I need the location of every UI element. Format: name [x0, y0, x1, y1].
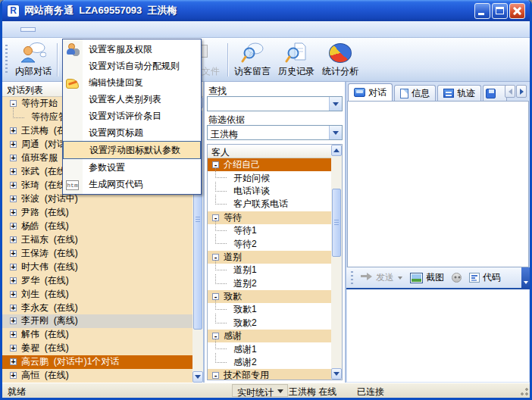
- scrollbar-thumb[interactable]: [332, 189, 341, 257]
- expand-toggle[interactable]: +: [10, 155, 17, 161]
- expand-toggle[interactable]: +: [10, 223, 17, 230]
- chat-tab[interactable]: 轨迹: [437, 85, 481, 101]
- expand-toggle[interactable]: -: [10, 100, 17, 107]
- menu-item[interactable]: htm 生成网页代码: [63, 176, 201, 192]
- expand-toggle[interactable]: +: [10, 127, 17, 134]
- code-button[interactable]: 代码: [465, 270, 505, 286]
- tree-column-header[interactable]: 客人: [208, 145, 332, 158]
- conversation-list-item[interactable]: + 姜翟 (在线): [2, 342, 192, 355]
- chat-tab[interactable]: 信息: [394, 85, 436, 101]
- status-ready-text: 就绪: [8, 386, 26, 398]
- screenshot-button[interactable]: 截图: [406, 270, 448, 286]
- menu-item[interactable]: 编辑快捷回复: [63, 74, 201, 91]
- menu-item[interactable]: 设置浮动图标默认参数: [63, 141, 201, 159]
- menubar-item[interactable]: [81, 27, 96, 32]
- quick-reply-item[interactable]: 感谢2: [208, 356, 332, 369]
- message-input[interactable]: [347, 289, 529, 382]
- search-combobox[interactable]: [207, 96, 343, 111]
- quick-reply-item[interactable]: 客户联系电话: [208, 198, 332, 211]
- statistics-button[interactable]: 统计分析: [318, 40, 362, 80]
- toolbar-drag-handle[interactable]: [5, 45, 9, 75]
- menubar-item[interactable]: [96, 27, 111, 32]
- expand-toggle[interactable]: +: [10, 168, 17, 175]
- conversation-list-item[interactable]: + 刘生 (在线): [2, 287, 192, 301]
- combobox-dropdown-button[interactable]: [329, 97, 342, 111]
- quick-reply-item[interactable]: 致歉2: [208, 317, 332, 330]
- quick-reply-scrollbar[interactable]: [331, 145, 342, 380]
- chat-tab[interactable]: [483, 85, 507, 101]
- conversation-item-label: 王保涛 (在线): [21, 247, 78, 260]
- menubar-item[interactable]: [66, 27, 81, 32]
- expand-toggle[interactable]: +: [10, 358, 17, 365]
- filter-combobox[interactable]: 王洪梅: [207, 125, 343, 140]
- quick-reply-item[interactable]: 道别2: [208, 277, 332, 290]
- menubar-item[interactable]: [36, 27, 51, 32]
- titlebar[interactable]: R 网站商务通 LZA69557093 王洪梅: [2, 0, 530, 21]
- expand-toggle[interactable]: +: [10, 372, 17, 379]
- expand-toggle[interactable]: +: [10, 182, 17, 189]
- menu-item[interactable]: 设置网页标题: [63, 124, 201, 141]
- quick-reply-icon: [66, 79, 79, 89]
- conversation-list-item[interactable]: + 罗华 (在线): [2, 273, 192, 287]
- menubar-item[interactable]: [111, 27, 127, 32]
- resize-grip[interactable]: [519, 387, 529, 397]
- expand-toggle[interactable]: -: [212, 372, 219, 379]
- expand-toggle[interactable]: +: [10, 195, 17, 202]
- expand-toggle[interactable]: -: [212, 214, 219, 221]
- quick-reply-item[interactable]: - 技术部专用: [208, 369, 332, 380]
- internal-chat-button[interactable]: 内部对话: [11, 40, 55, 80]
- menu-item[interactable]: 设置对话评价条目: [63, 108, 201, 124]
- expand-toggle[interactable]: +: [10, 209, 17, 216]
- combobox-dropdown-button[interactable]: [329, 126, 342, 139]
- menu-item[interactable]: 设置对话自动分配规则: [63, 58, 201, 74]
- toolbar-overflow-button[interactable]: [521, 267, 530, 289]
- conversation-list-item[interactable]: + 李永友 (在线): [2, 301, 192, 314]
- tab-scroll-right-button[interactable]: [516, 85, 527, 98]
- menu-item[interactable]: 设置客人类别列表: [63, 91, 201, 108]
- expand-toggle[interactable]: +: [10, 317, 17, 324]
- expand-toggle[interactable]: +: [10, 277, 17, 284]
- menubar-item[interactable]: [51, 27, 66, 32]
- expand-toggle[interactable]: +: [10, 236, 17, 243]
- scroll-down-button[interactable]: [331, 368, 342, 380]
- toolbar-separator: [57, 43, 58, 77]
- expand-toggle[interactable]: +: [10, 331, 17, 338]
- expand-toggle[interactable]: +: [10, 291, 17, 298]
- minimize-button[interactable]: [474, 3, 490, 19]
- expand-toggle[interactable]: -: [212, 254, 219, 261]
- menu-item-label: 编辑快捷回复: [89, 77, 143, 89]
- history-button[interactable]: 历史记录: [274, 40, 318, 80]
- conversation-list-item[interactable]: + 高云鹏 (对话中)1个对话: [2, 355, 192, 369]
- menubar-item[interactable]: [5, 27, 20, 32]
- maximize-button[interactable]: [492, 3, 508, 19]
- tab-scroll-left-button[interactable]: [505, 85, 515, 98]
- expand-toggle[interactable]: +: [10, 305, 17, 311]
- expand-toggle[interactable]: +: [10, 141, 17, 148]
- expand-toggle[interactable]: -: [212, 333, 219, 339]
- menu-item[interactable]: 参数设置: [63, 159, 201, 176]
- expand-toggle[interactable]: +: [10, 264, 17, 270]
- conversation-list-item[interactable]: + 王保涛 (在线): [2, 246, 192, 260]
- quick-reply-item[interactable]: 等待2: [208, 237, 332, 250]
- realtime-stats-button[interactable]: 实时统计: [232, 384, 288, 397]
- conversation-view[interactable]: [347, 101, 529, 267]
- expand-toggle[interactable]: -: [212, 161, 219, 168]
- conversation-list-item[interactable]: + 解伟 (在线): [2, 328, 192, 342]
- conversation-list-item[interactable]: + 李开刚 (离线): [2, 314, 192, 328]
- menubar-item[interactable]: [20, 27, 36, 32]
- scroll-down-button[interactable]: [192, 371, 203, 383]
- chat-tab[interactable]: 对话: [348, 83, 393, 101]
- scroll-up-button[interactable]: [331, 145, 342, 156]
- expand-toggle[interactable]: -: [212, 293, 219, 300]
- conversation-list-item[interactable]: + 尹路 (在线): [2, 206, 192, 220]
- visitor-message-button[interactable]: 访客留言: [230, 40, 274, 80]
- conversation-list-item[interactable]: + 时大伟 (在线): [2, 260, 192, 273]
- expand-toggle[interactable]: +: [10, 345, 17, 352]
- menu-item[interactable]: 设置客服及权限: [63, 41, 201, 58]
- conversation-list-item[interactable]: + 杨皓 (在线): [2, 219, 192, 233]
- close-button[interactable]: [509, 3, 525, 19]
- chat-toolbar-drag-handle[interactable]: [351, 271, 355, 285]
- expand-toggle[interactable]: +: [10, 250, 17, 257]
- conversation-list-item[interactable]: + 高恒 (在线): [2, 369, 192, 383]
- conversation-list-item[interactable]: + 王福东 (在线): [2, 233, 192, 246]
